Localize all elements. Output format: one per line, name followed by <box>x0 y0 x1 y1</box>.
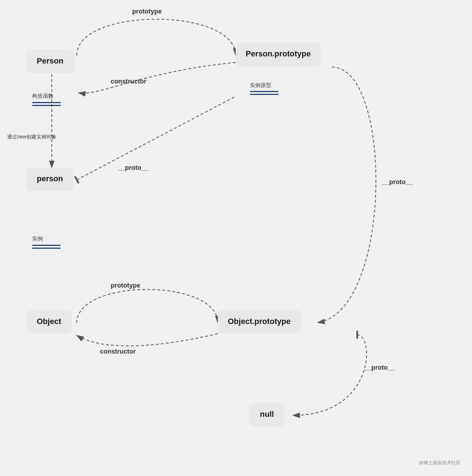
constructor-bottom-label: constructor <box>100 348 136 355</box>
double-line-constructor <box>32 102 61 106</box>
chinese-constructor-label: 构造函数 <box>32 93 54 100</box>
proto-label-3: __proto__ <box>364 364 395 371</box>
person-prototype-node: Person.prototype <box>236 43 321 65</box>
proto-label-2: __proto__ <box>382 178 413 186</box>
null-node: null <box>250 403 284 425</box>
double-line-instance <box>32 245 61 249</box>
chinese-instance-label: 实例 <box>32 236 43 242</box>
person-instance-node: person <box>27 168 73 190</box>
chinese-instance-proto-label: 实例原型 <box>250 82 271 89</box>
constructor-top-label: constructor <box>111 78 146 85</box>
chinese-new-label: 通过new创建实例对象 <box>7 134 56 140</box>
prototype-top-label: prototype <box>132 8 162 15</box>
prototype-bottom-label: prototype <box>111 282 140 289</box>
object-constructor-node: Object <box>27 310 71 333</box>
object-prototype-node: Object.prototype <box>218 310 301 333</box>
watermark: @稀土掘金技术社区 <box>419 460 461 466</box>
proto-label-1: __proto__ <box>118 164 149 172</box>
person-constructor-node: Person <box>27 50 74 72</box>
double-line-instance-proto <box>250 91 278 95</box>
